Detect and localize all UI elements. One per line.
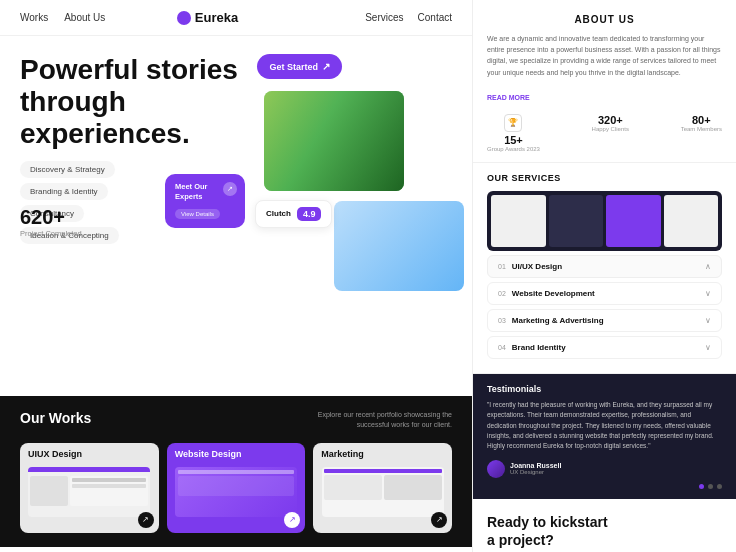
arrow-icon: ↗ <box>322 61 330 72</box>
right-panel: ABOUT US We are a dynamic and innovative… <box>472 0 736 552</box>
stat-clients-num: 320+ <box>592 114 629 126</box>
service-2-num: 02 <box>498 290 506 297</box>
works-header: Our Works Explore our recent portfolio s… <box>20 410 452 431</box>
tag-discovery: Discovery & Strategy <box>20 161 115 178</box>
stat-team: 80+ Team Members <box>681 114 722 152</box>
works-section: Our Works Explore our recent portfolio s… <box>0 396 472 547</box>
view-details-button[interactable]: View Details <box>175 209 220 219</box>
about-heading: ABOUT US <box>487 14 722 25</box>
read-more-link[interactable]: READ MORE <box>487 94 530 101</box>
work-card-1-screenshot <box>28 467 150 517</box>
nav-right: Services Contact <box>365 12 452 23</box>
work-card-1-label: UIUX Design <box>20 443 159 465</box>
service-item-uiux[interactable]: 01 UI/UX Design ∧ <box>487 255 722 278</box>
stat-clients: 320+ Happy Clients <box>592 114 629 152</box>
work-card-3-label: Marketing <box>313 443 452 465</box>
project-count: 620+ Project Completed <box>20 206 82 238</box>
clutch-badge: Clutch 4.9 <box>255 200 332 228</box>
nav-link-services[interactable]: Services <box>365 12 403 23</box>
project-number: 620+ <box>20 206 82 229</box>
project-label: Project Completed <box>20 229 82 238</box>
service-4-name: Brand Identity <box>512 343 705 352</box>
author-role: UX Designer <box>510 469 561 475</box>
get-started-button[interactable]: Get Started ↗ <box>257 54 342 79</box>
logo-icon <box>177 11 191 25</box>
nav-dot-3[interactable] <box>717 484 722 489</box>
navbar: Works About Us Eureka Services Contact <box>0 0 472 36</box>
preview-col-1 <box>491 195 546 247</box>
stat-team-num: 80+ <box>681 114 722 126</box>
service-preview <box>487 191 722 251</box>
work-card-3-screenshot <box>322 467 444 517</box>
service-1-num: 01 <box>498 263 506 270</box>
kickstart-section: Ready to kickstart a project? Get Starte… <box>473 499 736 552</box>
service-2-name: Website Development <box>512 289 705 298</box>
work-card-marketing[interactable]: Marketing ↗ <box>313 443 452 533</box>
nav-link-contact[interactable]: Contact <box>418 12 452 23</box>
work-card-website[interactable]: Website Design ↗ <box>167 443 306 533</box>
works-description: Explore our recent portfolio showcasing … <box>292 410 452 431</box>
nav-link-works[interactable]: Works <box>20 12 48 23</box>
service-3-name: Marketing & Advertising <box>512 316 705 325</box>
author-name: Joanna Russell <box>510 462 561 469</box>
trophy-icon: 🏆 <box>504 114 522 132</box>
testimonials-heading: Testimonials <box>487 384 722 394</box>
author-info: Joanna Russell UX Designer <box>510 462 561 475</box>
nav-logo[interactable]: Eureka <box>177 10 238 25</box>
service-3-num: 03 <box>498 317 506 324</box>
about-section: ABOUT US We are a dynamic and innovative… <box>473 0 736 163</box>
clutch-rating: 4.9 <box>297 207 322 221</box>
tag-branding: Branding & Identity <box>20 183 108 200</box>
service-item-brand[interactable]: 04 Brand Identity ∨ <box>487 336 722 359</box>
service-4-num: 04 <box>498 344 506 351</box>
stat-team-label: Team Members <box>681 126 722 132</box>
testimonial-nav <box>487 484 722 489</box>
hero-images <box>254 91 464 301</box>
preview-col-4 <box>664 195 719 247</box>
meet-experts-arrow-icon: ↗ <box>223 182 237 196</box>
service-item-webdev[interactable]: 02 Website Development ∨ <box>487 282 722 305</box>
chevron-up-icon: ∧ <box>705 262 711 271</box>
nav-dot-1[interactable] <box>699 484 704 489</box>
chevron-down-icon-3: ∨ <box>705 343 711 352</box>
work-card-1-arrow-icon: ↗ <box>138 512 154 528</box>
stat-clients-label: Happy Clients <box>592 126 629 132</box>
work-card-2-label: Website Design <box>167 443 306 465</box>
services-heading: OUR SERVICES <box>487 173 722 183</box>
hero-image-main <box>264 91 404 191</box>
preview-col-3 <box>606 195 661 247</box>
testimonial-text: "I recently had the pleasure of working … <box>487 400 722 452</box>
nav-dot-2[interactable] <box>708 484 713 489</box>
service-item-marketing[interactable]: 03 Marketing & Advertising ∨ <box>487 309 722 332</box>
works-title: Our Works <box>20 410 91 426</box>
meet-experts-card[interactable]: ↗ Meet Our Experts View Details <box>165 174 245 228</box>
about-text: We are a dynamic and innovative team ded… <box>487 33 722 78</box>
chevron-down-icon-1: ∨ <box>705 289 711 298</box>
left-panel: Works About Us Eureka Services Contact P… <box>0 0 472 552</box>
work-card-uiux[interactable]: UIUX Design ↗ <box>20 443 159 533</box>
works-grid: UIUX Design ↗ Website Design <box>20 443 452 533</box>
service-1-name: UI/UX Design <box>512 262 705 271</box>
work-card-3-arrow-icon: ↗ <box>431 512 447 528</box>
work-card-2-arrow-icon: ↗ <box>284 512 300 528</box>
services-section: OUR SERVICES 01 UI/UX Design ∧ 02 Websit… <box>473 163 736 374</box>
hero-section: Powerful stories through experiences. Ge… <box>0 36 472 256</box>
hero-image-secondary <box>334 201 464 291</box>
chevron-down-icon-2: ∨ <box>705 316 711 325</box>
logo-text: Eureka <box>195 10 238 25</box>
clutch-name: Clutch <box>266 209 291 218</box>
kickstart-title: Ready to kickstart a project? <box>487 513 722 549</box>
stat-awards: 🏆 15+ Group Awards 2023 <box>487 114 540 152</box>
author-avatar <box>487 460 505 478</box>
nav-link-about[interactable]: About Us <box>64 12 105 23</box>
work-card-2-screenshot <box>175 467 297 517</box>
stat-awards-num: 15+ <box>487 134 540 146</box>
testimonial-author: Joanna Russell UX Designer <box>487 460 722 478</box>
preview-col-2 <box>549 195 604 247</box>
stats-row: 🏆 15+ Group Awards 2023 320+ Happy Clien… <box>487 114 722 152</box>
testimonials-section: Testimonials "I recently had the pleasur… <box>473 374 736 499</box>
stat-awards-label: Group Awards 2023 <box>487 146 540 152</box>
